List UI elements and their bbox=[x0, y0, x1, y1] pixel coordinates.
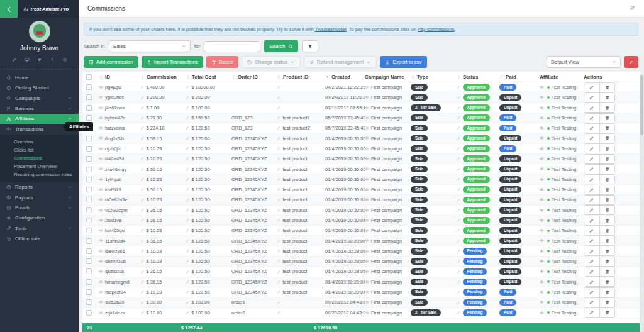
type-badge[interactable]: Sale bbox=[411, 279, 428, 285]
view-affiliate-icon[interactable] bbox=[540, 167, 544, 171]
edit-icon[interactable] bbox=[277, 290, 281, 294]
edit-row-button[interactable] bbox=[584, 226, 599, 235]
view-campaign-icon[interactable] bbox=[365, 116, 369, 120]
type-badge[interactable]: Sale bbox=[411, 207, 428, 214]
view-detail-icon[interactable] bbox=[99, 177, 103, 182]
delete-row-button[interactable] bbox=[599, 236, 614, 245]
edit-icon[interactable] bbox=[457, 187, 461, 192]
delete-row-button[interactable] bbox=[599, 124, 614, 133]
edit-row-button[interactable] bbox=[584, 267, 599, 276]
view-detail-icon[interactable] bbox=[99, 218, 103, 223]
delete-row-button[interactable] bbox=[599, 144, 614, 153]
edit-icon[interactable] bbox=[140, 157, 145, 161]
column-header-order-id[interactable]: Order ID bbox=[231, 74, 277, 80]
sidebar-subitem-placement-overview[interactable]: Placement Overview bbox=[0, 162, 79, 170]
edit-icon[interactable] bbox=[277, 280, 281, 284]
delete-row-button[interactable] bbox=[599, 175, 614, 184]
paid-badge[interactable]: Unpaid bbox=[499, 186, 521, 193]
view-detail-icon[interactable] bbox=[99, 85, 103, 89]
edit-icon[interactable] bbox=[457, 116, 461, 120]
column-header-status[interactable]: Status bbox=[457, 74, 499, 80]
delete-row-button[interactable] bbox=[599, 155, 614, 163]
refund-management-button[interactable]: Refund management bbox=[304, 56, 377, 68]
edit-icon[interactable] bbox=[457, 136, 461, 141]
sidebar-item-reports[interactable]: Reports bbox=[0, 182, 79, 192]
view-affiliate-icon[interactable] bbox=[540, 85, 544, 89]
view-detail-icon[interactable] bbox=[99, 126, 103, 130]
row-checkbox[interactable] bbox=[86, 187, 92, 192]
edit-icon[interactable] bbox=[457, 197, 461, 202]
delete-row-button[interactable] bbox=[599, 196, 614, 204]
paid-badge[interactable]: Unpaid bbox=[499, 197, 521, 204]
change-status-button[interactable]: Change status bbox=[242, 56, 301, 68]
type-badge[interactable]: Sale bbox=[411, 217, 428, 224]
delete-row-button[interactable] bbox=[599, 165, 614, 174]
edit-icon[interactable] bbox=[277, 218, 281, 223]
view-detail-icon[interactable] bbox=[99, 208, 103, 213]
status-badge[interactable]: Approved bbox=[463, 155, 490, 162]
edit-icon[interactable] bbox=[277, 95, 281, 99]
view-detail-icon[interactable] bbox=[99, 311, 103, 315]
edit-icon[interactable] bbox=[457, 239, 461, 243]
edit-icon[interactable] bbox=[277, 116, 281, 120]
refresh-button[interactable] bbox=[630, 5, 635, 11]
edit-row-button[interactable] bbox=[584, 236, 599, 245]
edit-row-button[interactable] bbox=[584, 216, 599, 225]
type-badge[interactable]: Sale bbox=[411, 166, 428, 173]
delete-row-button[interactable] bbox=[599, 216, 614, 225]
view-affiliate-icon[interactable] bbox=[540, 177, 544, 182]
edit-icon[interactable] bbox=[457, 280, 461, 284]
edit-icon[interactable] bbox=[457, 157, 461, 161]
view-affiliate-icon[interactable] bbox=[540, 116, 544, 120]
row-checkbox[interactable] bbox=[86, 146, 92, 152]
sidebar-subitem-clicks-list[interactable]: Clicks list bbox=[0, 146, 79, 154]
row-checkbox[interactable] bbox=[86, 208, 92, 213]
edit-row-button[interactable] bbox=[584, 196, 599, 204]
view-affiliate-icon[interactable] bbox=[540, 228, 544, 233]
delete-row-button[interactable] bbox=[599, 298, 614, 307]
status-badge[interactable]: Approved bbox=[463, 94, 490, 101]
row-checkbox[interactable] bbox=[86, 136, 92, 141]
view-detail-icon[interactable] bbox=[99, 290, 103, 294]
view-detail-icon[interactable] bbox=[99, 116, 103, 120]
status-badge[interactable]: Approved bbox=[463, 207, 490, 214]
view-affiliate-icon[interactable] bbox=[540, 249, 544, 253]
row-checkbox[interactable] bbox=[86, 84, 92, 90]
edit-row-button[interactable] bbox=[584, 155, 599, 163]
view-campaign-icon[interactable] bbox=[365, 106, 369, 110]
edit-icon[interactable] bbox=[140, 167, 145, 172]
edit-icon[interactable] bbox=[186, 167, 190, 172]
edit-row-button[interactable] bbox=[584, 246, 599, 255]
edit-icon[interactable] bbox=[277, 126, 281, 130]
edit-icon[interactable] bbox=[140, 228, 145, 233]
edit-icon[interactable] bbox=[186, 311, 190, 315]
select-all-checkbox[interactable] bbox=[86, 74, 92, 80]
edit-icon[interactable] bbox=[186, 85, 190, 89]
column-header-type[interactable]: Type bbox=[411, 74, 457, 80]
edit-icon[interactable] bbox=[277, 187, 281, 192]
edit-icon[interactable] bbox=[140, 126, 145, 130]
status-badge[interactable]: Approved bbox=[463, 104, 490, 111]
edit-icon[interactable] bbox=[277, 259, 281, 263]
paid-badge[interactable]: Unpaid bbox=[499, 279, 521, 285]
status-badge[interactable]: Pending bbox=[463, 289, 487, 296]
edit-icon[interactable] bbox=[186, 239, 190, 243]
status-badge[interactable]: Pending bbox=[463, 258, 487, 265]
view-detail-icon[interactable] bbox=[99, 249, 103, 253]
type-badge[interactable]: Sale bbox=[411, 248, 428, 255]
view-campaign-icon[interactable] bbox=[365, 167, 369, 171]
profile-question-button[interactable] bbox=[50, 57, 55, 63]
edit-icon[interactable] bbox=[140, 187, 145, 192]
edit-icon[interactable] bbox=[186, 300, 190, 304]
status-badge[interactable]: Pending bbox=[463, 248, 487, 255]
search-input[interactable] bbox=[204, 41, 260, 52]
edit-icon[interactable] bbox=[457, 147, 461, 151]
view-affiliate-icon[interactable] bbox=[540, 311, 544, 315]
row-checkbox[interactable] bbox=[86, 310, 92, 316]
row-checkbox[interactable] bbox=[86, 238, 92, 244]
view-campaign-icon[interactable] bbox=[365, 259, 369, 263]
view-detail-icon[interactable] bbox=[99, 106, 103, 110]
edit-icon[interactable] bbox=[186, 106, 190, 110]
type-badge[interactable]: Sale bbox=[411, 258, 428, 265]
edit-icon[interactable] bbox=[457, 290, 461, 294]
